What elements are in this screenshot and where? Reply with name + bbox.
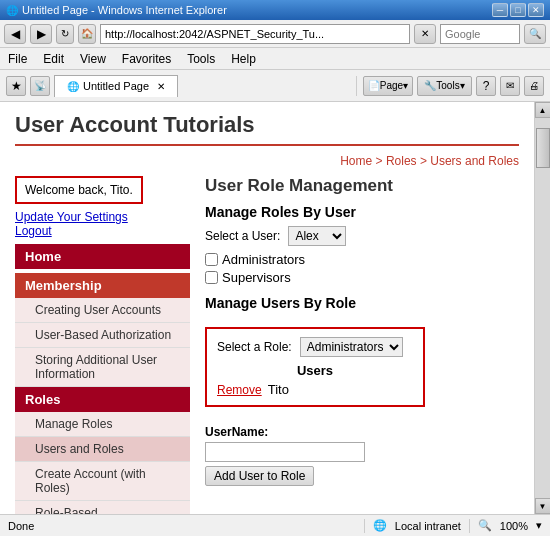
user-select[interactable]: Alex Bruce Dave Fred Tito bbox=[288, 226, 346, 246]
nav-user-auth[interactable]: User-Based Authorization bbox=[15, 323, 190, 348]
address-bar: ◀ ▶ ↻ 🏠 ✕ 🔍 bbox=[0, 20, 550, 48]
status-text: Done bbox=[8, 520, 34, 532]
address-input[interactable] bbox=[100, 24, 410, 44]
minimize-button[interactable]: ─ bbox=[492, 3, 508, 17]
maximize-button[interactable]: □ bbox=[510, 3, 526, 17]
breadcrumb-sep2: > bbox=[417, 154, 431, 168]
back-button[interactable]: ◀ bbox=[4, 24, 26, 44]
stop-button[interactable]: ✕ bbox=[414, 24, 436, 44]
scroll-thumb[interactable] bbox=[536, 128, 550, 168]
home-button[interactable]: 🏠 bbox=[78, 24, 96, 44]
mail-icon[interactable]: ✉ bbox=[500, 76, 520, 96]
users-table-title: Users bbox=[217, 363, 413, 378]
title-bar: 🌐 Untitled Page - Windows Internet Explo… bbox=[0, 0, 550, 20]
breadcrumb-current: Users and Roles bbox=[430, 154, 519, 168]
add-user-section: UserName: Add User to Role bbox=[205, 425, 519, 486]
main-content: User Role Management Manage Roles By Use… bbox=[190, 176, 519, 514]
browser-tab[interactable]: 🌐 Untitled Page ✕ bbox=[54, 75, 178, 97]
menu-file[interactable]: File bbox=[0, 50, 35, 68]
user-row: Remove Tito bbox=[217, 382, 413, 397]
status-zoom: 🔍 bbox=[478, 519, 492, 532]
welcome-text: Welcome back, Tito. bbox=[25, 183, 133, 197]
nav-role-based[interactable]: Role-Based bbox=[15, 501, 190, 514]
browser-content: User Account Tutorials Home > Roles > Us… bbox=[0, 102, 550, 514]
supervisors-label: Supervisors bbox=[222, 270, 291, 285]
page-area: User Account Tutorials Home > Roles > Us… bbox=[0, 102, 534, 514]
feeds-icon[interactable]: 📡 bbox=[30, 76, 50, 96]
manage-by-role-box: Select a Role: Administrators Supervisor… bbox=[205, 327, 425, 407]
logout-link[interactable]: Logout bbox=[15, 224, 190, 238]
administrators-checkbox[interactable] bbox=[205, 253, 218, 266]
status-zoom-level: 100% bbox=[500, 520, 528, 532]
nav-users-and-roles[interactable]: Users and Roles bbox=[15, 437, 190, 462]
select-user-label: Select a User: bbox=[205, 229, 280, 243]
tab-close-icon[interactable]: ✕ bbox=[157, 81, 165, 92]
administrators-checkbox-row: Administrators bbox=[205, 252, 519, 267]
help-icon[interactable]: ? bbox=[476, 76, 496, 96]
title-bar-text: Untitled Page - Windows Internet Explore… bbox=[22, 4, 227, 16]
menu-bar: File Edit View Favorites Tools Help bbox=[0, 48, 550, 70]
select-role-row: Select a Role: Administrators Supervisor… bbox=[217, 337, 413, 357]
nav-create-account-roles[interactable]: Create Account (with Roles) bbox=[15, 462, 190, 501]
scroll-up-button[interactable]: ▲ bbox=[535, 102, 551, 118]
tab-label: Untitled Page bbox=[83, 80, 149, 92]
remove-link[interactable]: Remove bbox=[217, 383, 262, 397]
close-button[interactable]: ✕ bbox=[528, 3, 544, 17]
menu-favorites[interactable]: Favorites bbox=[114, 50, 179, 68]
user-name: Tito bbox=[268, 382, 289, 397]
tools-menu-icon[interactable]: 🔧Tools▾ bbox=[417, 76, 472, 96]
favorites-star-icon[interactable]: ★ bbox=[6, 76, 26, 96]
status-zone-icon: 🌐 bbox=[373, 519, 387, 532]
breadcrumb-sep1: > bbox=[372, 154, 386, 168]
welcome-box: Welcome back, Tito. bbox=[15, 176, 143, 204]
breadcrumb-roles[interactable]: Roles bbox=[386, 154, 417, 168]
content-layout: Welcome back, Tito. Update Your Settings… bbox=[15, 176, 519, 514]
scroll-down-button[interactable]: ▼ bbox=[535, 498, 551, 514]
status-zone: Local intranet bbox=[395, 520, 461, 532]
menu-tools[interactable]: Tools bbox=[179, 50, 223, 68]
main-section-title: User Role Management bbox=[205, 176, 519, 196]
select-user-row: Select a User: Alex Bruce Dave Fred Tito bbox=[205, 226, 519, 246]
print-icon[interactable]: 🖨 bbox=[524, 76, 544, 96]
search-input[interactable] bbox=[440, 24, 520, 44]
role-select[interactable]: Administrators Supervisors bbox=[300, 337, 403, 357]
menu-view[interactable]: View bbox=[72, 50, 114, 68]
status-bar: Done 🌐 Local intranet 🔍 100% ▾ bbox=[0, 514, 550, 536]
nav-roles-section[interactable]: Roles bbox=[15, 387, 190, 412]
page-title: User Account Tutorials bbox=[15, 112, 519, 146]
page-menu-icon[interactable]: 📄Page▾ bbox=[363, 76, 413, 96]
toolbar: ★ 📡 🌐 Untitled Page ✕ 📄Page▾ 🔧Tools▾ ? ✉… bbox=[0, 70, 550, 102]
manage-by-user-title: Manage Roles By User bbox=[205, 204, 519, 220]
manage-by-role-title: Manage Users By Role bbox=[205, 295, 519, 311]
search-go-button[interactable]: 🔍 bbox=[524, 24, 546, 44]
update-settings-link[interactable]: Update Your Settings bbox=[15, 210, 190, 224]
browser-icon: 🌐 bbox=[6, 5, 18, 16]
breadcrumb: Home > Roles > Users and Roles bbox=[15, 154, 519, 168]
administrators-label: Administrators bbox=[222, 252, 305, 267]
supervisors-checkbox-row: Supervisors bbox=[205, 270, 519, 285]
username-input[interactable] bbox=[205, 442, 365, 462]
refresh-button[interactable]: ↻ bbox=[56, 24, 74, 44]
nav-storing-info[interactable]: Storing Additional User Information bbox=[15, 348, 190, 387]
nav-home-section[interactable]: Home bbox=[15, 244, 190, 269]
select-role-label: Select a Role: bbox=[217, 340, 292, 354]
breadcrumb-home[interactable]: Home bbox=[340, 154, 372, 168]
scroll-track[interactable] bbox=[535, 118, 551, 498]
menu-edit[interactable]: Edit bbox=[35, 50, 72, 68]
nav-creating-accounts[interactable]: Creating User Accounts bbox=[15, 298, 190, 323]
menu-help[interactable]: Help bbox=[223, 50, 264, 68]
scrollbar[interactable]: ▲ ▼ bbox=[534, 102, 550, 514]
supervisors-checkbox[interactable] bbox=[205, 271, 218, 284]
username-label: UserName: bbox=[205, 425, 519, 439]
nav-membership-section[interactable]: Membership bbox=[15, 273, 190, 298]
nav-manage-roles[interactable]: Manage Roles bbox=[15, 412, 190, 437]
add-user-button[interactable]: Add User to Role bbox=[205, 466, 314, 486]
sidebar: Welcome back, Tito. Update Your Settings… bbox=[15, 176, 190, 514]
zoom-dropdown-icon[interactable]: ▾ bbox=[536, 519, 542, 532]
forward-button[interactable]: ▶ bbox=[30, 24, 52, 44]
